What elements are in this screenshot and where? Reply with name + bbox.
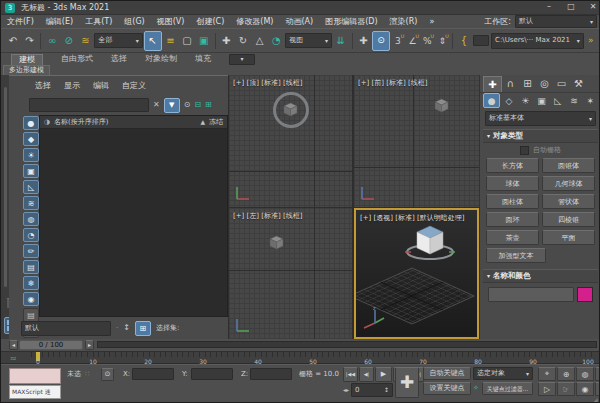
next-frame-button[interactable]: ▸: [85, 340, 94, 350]
viewport-top[interactable]: [+] [顶] [标准] [线框]: [229, 75, 352, 207]
object-name-field[interactable]: [488, 287, 574, 302]
display-bones-icon[interactable]: ✏: [23, 244, 39, 258]
sort-toggle-icon[interactable]: ↕: [123, 324, 130, 332]
toolbar-overflow-chevron[interactable]: »: [585, 32, 597, 50]
menu-animation[interactable]: 动画(A): [285, 16, 313, 27]
display-shapes-icon[interactable]: ◆: [23, 132, 39, 146]
display-helpers-icon[interactable]: ◺: [23, 180, 39, 194]
mini-curve-editor-icon[interactable]: ≈: [10, 354, 17, 363]
zoom-extents-icon[interactable]: ◍: [576, 367, 594, 381]
explorer-menu-customize[interactable]: 自定义: [122, 82, 146, 90]
key-mode-dropdown[interactable]: 选定对象 ▾: [473, 367, 533, 380]
ribbon-tab-selection[interactable]: 选择: [111, 55, 127, 63]
track-bar[interactable]: ≈ 0 10 20 30 40 50 60 70 80 90 100: [1, 351, 600, 364]
clear-search-icon[interactable]: ✕: [153, 101, 160, 109]
create-pyramid-button[interactable]: 四棱锥: [542, 212, 595, 227]
previous-key-button[interactable]: ◀|: [359, 367, 374, 382]
ribbon-subtab-polygon-modeling[interactable]: 多边形建模: [3, 65, 50, 75]
redo-icon[interactable]: ↷: [22, 32, 38, 50]
display-motion-icon[interactable]: ◔: [23, 228, 39, 242]
resize-grip-icon[interactable]: ◢: [593, 397, 598, 403]
select-and-scale-icon[interactable]: △: [252, 32, 268, 50]
reference-coordinate-dropdown[interactable]: 视图 ▾: [285, 33, 332, 48]
project-folder-dropdown[interactable]: C:\Users\··· Max 2021 ▾: [491, 33, 584, 49]
bind-to-spacewarp-icon[interactable]: ≋: [78, 32, 94, 50]
viewport-top-label[interactable]: [+] [顶] [标准] [线框]: [233, 78, 302, 88]
display-lights-icon[interactable]: ☀: [23, 148, 39, 162]
set-keys-button[interactable]: ✚: [395, 367, 419, 398]
zoom-extents-all-icon[interactable]: ◎: [595, 367, 600, 381]
category-geometry-icon[interactable]: ●: [483, 93, 500, 108]
snap-3d-icon[interactable]: 3∪: [391, 32, 405, 50]
percent-snap-icon[interactable]: %∪: [420, 32, 434, 50]
create-geosphere-button[interactable]: 几何球体: [542, 176, 595, 191]
rectangular-selection-region-icon[interactable]: ▢: [179, 32, 195, 50]
undo-icon[interactable]: ↶: [5, 32, 21, 50]
category-helpers-icon[interactable]: ◺: [550, 93, 565, 108]
menu-tools[interactable]: 工具(T): [85, 16, 112, 27]
tab-utilities-icon[interactable]: ⚒: [570, 76, 587, 91]
create-box-button[interactable]: 长方体: [486, 158, 539, 173]
create-sphere-button[interactable]: 球体: [486, 176, 539, 191]
display-geometry-icon[interactable]: ●: [23, 116, 39, 130]
field-of-view-icon[interactable]: ▷: [538, 382, 556, 396]
category-lights-icon[interactable]: ☀: [518, 93, 533, 108]
x-coordinate-field[interactable]: [132, 368, 174, 380]
object-type-rollout[interactable]: ▾ 对象类型: [483, 129, 598, 143]
previous-frame-button[interactable]: ◂: [9, 340, 18, 350]
mirror-toggle[interactable]: [473, 35, 489, 46]
keyboard-override-icon[interactable]: ✚: [355, 32, 371, 50]
category-cameras-icon[interactable]: ▣: [534, 93, 549, 108]
explorer-list[interactable]: ◑ 名称(按升序排序) ▲ 冻结: [39, 115, 228, 317]
time-slider-handle[interactable]: 0 / 100: [19, 340, 83, 350]
maximize-viewport-icon[interactable]: ▣: [595, 382, 600, 396]
create-teapot-button[interactable]: 茶壶: [486, 230, 539, 245]
pan-icon[interactable]: ☞: [557, 382, 575, 396]
key-filters-icon[interactable]: ✧: [473, 385, 479, 392]
select-and-rotate-icon[interactable]: ↻: [235, 32, 251, 50]
ribbon-tab-object-paint[interactable]: 对象绘制: [145, 55, 177, 63]
create-textplus-button[interactable]: 加强型文本: [486, 248, 546, 263]
maximize-button[interactable]: □: [563, 3, 579, 11]
category-shapes-icon[interactable]: ◇: [501, 93, 516, 108]
time-slider-track[interactable]: [97, 341, 597, 348]
menu-modifiers[interactable]: 修改器(M): [236, 16, 273, 27]
unlink-selection-icon[interactable]: ⊘: [61, 32, 77, 50]
isolate-toggle-icon[interactable]: ∷: [85, 371, 89, 378]
current-frame-field[interactable]: 0 ↕: [351, 383, 393, 397]
menu-overflow-chevron[interactable]: »: [429, 17, 434, 26]
frozen-column-header[interactable]: 冻结: [209, 119, 223, 126]
display-frozen-icon[interactable]: ❄: [23, 276, 39, 290]
name-column-header[interactable]: 名称(按升序排序): [54, 119, 108, 126]
y-coordinate-field[interactable]: [191, 368, 233, 380]
display-containers-icon[interactable]: ▤: [23, 260, 39, 274]
tab-create-icon[interactable]: ✚: [483, 76, 502, 92]
orbit-icon[interactable]: ◉: [576, 382, 594, 396]
viewport-left[interactable]: [+] [左] [标准] [线框]: [229, 208, 352, 339]
tab-motion-icon[interactable]: ◎: [536, 76, 553, 91]
tab-hierarchy-icon[interactable]: ⊞: [519, 76, 536, 91]
angle-snap-icon[interactable]: ∠∪: [406, 32, 420, 50]
viewport-perspective[interactable]: [+] [透视] [标准] [默认明暗处理]: [354, 208, 479, 339]
create-tube-button[interactable]: 管状体: [542, 194, 595, 209]
display-materials-icon[interactable]: ◍: [23, 212, 39, 226]
go-to-start-button[interactable]: |◀◀: [343, 367, 358, 382]
edit-selection-set-icon[interactable]: ⊞: [135, 321, 151, 336]
snaps-toggle-icon[interactable]: ⊙: [372, 31, 390, 51]
explorer-search-input[interactable]: [29, 98, 149, 112]
viewport-front[interactable]: [+] [前] [标准] [线框]: [354, 75, 479, 207]
menu-rendering[interactable]: 渲染(R): [390, 16, 418, 27]
play-button[interactable]: ▶: [375, 367, 392, 382]
select-by-name-icon[interactable]: ≡: [163, 32, 179, 50]
category-spacewarps-icon[interactable]: ≋: [566, 93, 581, 108]
object-color-swatch[interactable]: [577, 287, 593, 302]
spinner-snap-icon[interactable]: ⇕∪: [435, 32, 449, 50]
set-key-button[interactable]: 设置关键点: [423, 382, 471, 395]
minimize-button[interactable]: –: [541, 3, 557, 11]
layout-preset-dropdown[interactable]: 默认: [21, 321, 111, 336]
zoom-all-icon[interactable]: ⊕: [557, 367, 575, 381]
select-and-move-icon[interactable]: ✚: [218, 32, 234, 50]
expand-all-icon[interactable]: ⊞: [205, 101, 212, 109]
viewport-front-label[interactable]: [+] [前] [标准] [线框]: [358, 78, 427, 88]
create-torus-button[interactable]: 圆环: [486, 212, 539, 227]
